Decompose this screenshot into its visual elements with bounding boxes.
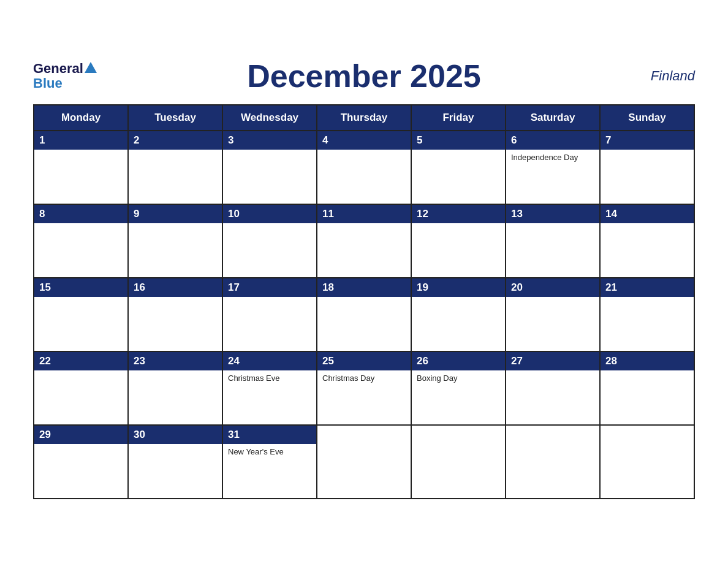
day-events — [412, 150, 505, 156]
day-number: 24 — [223, 352, 316, 370]
event-label: Independence Day — [511, 153, 594, 162]
day-cell-26: 26 Boxing Day — [411, 351, 506, 425]
day-events — [34, 297, 127, 303]
day-number: 29 — [34, 426, 127, 444]
day-events — [223, 297, 316, 303]
day-events — [601, 150, 694, 156]
day-number: 11 — [317, 205, 411, 223]
day-cell-11: 11 — [317, 204, 411, 278]
day-cell-10: 10 — [222, 204, 317, 278]
header-thursday: Thursday — [317, 105, 411, 131]
day-cell-3: 3 — [222, 131, 317, 204]
calendar-container: General Blue December 2025 Finland Monda… — [15, 45, 713, 518]
day-number: 12 — [412, 205, 505, 223]
day-cell-31: 31 New Year's Eve — [222, 425, 317, 499]
day-number: 7 — [601, 131, 694, 150]
day-number: 20 — [506, 278, 599, 297]
day-number: 27 — [506, 352, 599, 370]
header-friday: Friday — [411, 105, 506, 131]
day-cell-empty — [317, 425, 411, 499]
day-number: 14 — [601, 205, 694, 223]
header-sunday: Sunday — [600, 105, 694, 131]
day-number: 15 — [34, 278, 127, 297]
day-number: 31 — [223, 426, 316, 444]
day-events — [506, 297, 599, 303]
day-cell-17: 17 — [222, 278, 317, 351]
day-cell-7: 7 — [600, 131, 694, 204]
day-events — [129, 444, 222, 450]
day-cell-16: 16 — [128, 278, 222, 351]
day-cell-18: 18 — [317, 278, 411, 351]
header-saturday: Saturday — [506, 105, 600, 131]
day-cell-29: 29 — [34, 425, 128, 499]
day-events: Independence Day — [506, 150, 599, 165]
week-row-4: 22 23 24 Christmas Eve 25 Christmas Day — [34, 351, 694, 425]
day-cell-9: 9 — [128, 204, 222, 278]
day-number: 22 — [34, 352, 127, 370]
day-cell-6: 6 Independence Day — [506, 131, 600, 204]
day-events: New Year's Eve — [223, 444, 316, 459]
header-tuesday: Tuesday — [128, 105, 222, 131]
event-label: Christmas Day — [322, 373, 406, 383]
day-cell-13: 13 — [506, 204, 600, 278]
week-row-1: 1 2 3 4 5 — [34, 131, 694, 204]
logo-blue-text: Blue — [33, 76, 63, 91]
day-events — [34, 444, 127, 450]
day-number: 10 — [223, 205, 316, 223]
day-events — [129, 370, 222, 377]
day-cell-25: 25 Christmas Day — [317, 351, 411, 425]
day-cell-empty — [506, 425, 600, 499]
day-cell-27: 27 — [506, 351, 600, 425]
day-events — [601, 297, 694, 303]
day-events — [317, 150, 411, 156]
event-label: Boxing Day — [417, 373, 500, 383]
day-events — [34, 370, 127, 377]
day-cell-2: 2 — [128, 131, 222, 204]
logo-general-text: General — [33, 61, 83, 76]
day-events — [34, 150, 127, 156]
day-events — [129, 297, 222, 303]
day-number: 5 — [412, 131, 505, 150]
day-events — [412, 223, 505, 229]
day-events — [317, 223, 411, 229]
day-cell-22: 22 — [34, 351, 128, 425]
day-number: 17 — [223, 278, 316, 297]
day-events: Christmas Eve — [223, 370, 316, 386]
logo: General Blue — [33, 61, 97, 91]
day-cell-4: 4 — [317, 131, 411, 204]
weekday-header-row: Monday Tuesday Wednesday Thursday Friday… — [34, 105, 694, 131]
day-number: 18 — [317, 278, 411, 297]
header-wednesday: Wednesday — [222, 105, 317, 131]
day-cell-empty — [411, 425, 506, 499]
day-events — [317, 297, 411, 303]
day-cell-5: 5 — [411, 131, 506, 204]
day-number: 4 — [317, 131, 411, 150]
day-number: 3 — [223, 131, 316, 150]
calendar-header: General Blue December 2025 Finland — [33, 58, 695, 94]
day-cell-21: 21 — [600, 278, 694, 351]
logo-triangle-icon — [85, 62, 97, 73]
country-label: Finland — [651, 68, 695, 84]
day-number: 13 — [506, 205, 599, 223]
day-events — [601, 223, 694, 229]
day-events — [129, 223, 222, 229]
day-cell-19: 19 — [411, 278, 506, 351]
day-number: 26 — [412, 352, 505, 370]
day-events — [506, 223, 599, 229]
header-monday: Monday — [34, 105, 128, 131]
day-number: 8 — [34, 205, 127, 223]
day-events — [223, 150, 316, 156]
day-number: 1 — [34, 131, 127, 150]
day-cell-15: 15 — [34, 278, 128, 351]
day-cell-14: 14 — [600, 204, 694, 278]
day-cell-28: 28 — [600, 351, 694, 425]
day-number: 2 — [129, 131, 222, 150]
calendar-table: Monday Tuesday Wednesday Thursday Friday… — [33, 104, 695, 499]
day-number: 21 — [601, 278, 694, 297]
day-cell-empty — [600, 425, 694, 499]
day-cell-1: 1 — [34, 131, 128, 204]
day-number: 30 — [129, 426, 222, 444]
day-events — [223, 223, 316, 229]
page-title: December 2025 — [247, 58, 481, 94]
day-events — [412, 297, 505, 303]
